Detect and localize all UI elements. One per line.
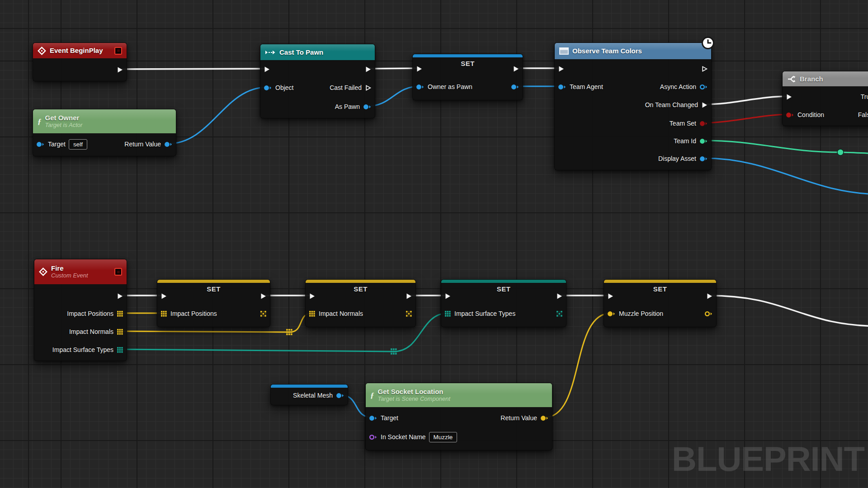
pin-target[interactable]: Targetself [36,139,87,149]
pin-execin[interactable] [264,64,270,74]
node-branch[interactable]: BranchConditionTrueFalse [782,71,868,126]
pin-in-socket-name[interactable]: In Socket NameMuzzle [369,432,457,442]
pin-impact-surface-types[interactable]: Impact Surface Types [444,309,515,319]
data-pin-icon [699,138,708,145]
pin-out[interactable] [406,309,412,319]
pin-skeletal-mesh[interactable]: Skeletal Mesh [293,390,344,400]
pin-condition[interactable]: Condition [786,110,824,120]
pin-execin[interactable] [558,64,565,74]
pin-return-value[interactable]: Return Value [124,139,173,149]
node-event-beginplay[interactable]: Event BeginPlay [33,42,127,81]
pin-impact-normals[interactable]: Impact Normals [69,327,123,337]
pin-label: False [858,111,868,118]
pin-impact-positions[interactable]: Impact Positions [67,309,123,319]
reroute-impact-surface-types[interactable] [390,348,397,357]
pin-execout[interactable] [701,64,708,74]
pin-execout[interactable] [706,291,713,301]
exec-pin-icon [260,293,267,300]
pin-team-id[interactable]: Team Id [674,136,708,146]
node-get-skeletal-mesh[interactable]: Skeletal Mesh [270,384,348,405]
set-node-title: SET [413,60,523,67]
pin-as-pawn[interactable]: As Pawn [335,102,372,112]
node-header[interactable]: Observe Team Colors [555,43,711,59]
wire-exec-set4-offscreen [708,296,868,326]
node-get-owner[interactable]: ƒGet OwnerTarget is ActorTargetselfRetur… [33,109,176,156]
pin-impact-normals[interactable]: Impact Normals [309,309,363,319]
pin-async-action[interactable]: Async Action [660,82,708,92]
node-set-owner-as-pawn[interactable]: SETOwner as Pawn [412,54,523,100]
pin-impact-positions[interactable]: Impact Positions [160,309,217,319]
node-header[interactable]: Cast To Pawn [260,44,375,60]
exec-pin-icon [607,293,614,300]
pin-team-set[interactable]: Team Set [670,118,708,128]
pin-value-field[interactable]: self [69,139,87,150]
pin-label: In Socket Name [381,433,426,441]
node-header[interactable]: ƒGet OwnerTarget is Actor [33,109,176,133]
pin-exec[interactable] [117,291,123,301]
data-pin-icon [369,415,377,422]
exec-pin-icon [701,66,708,72]
reroute-team-id[interactable] [837,149,844,158]
pin-label: Muzzle Position [619,310,663,317]
pin-out[interactable] [117,65,123,75]
node-set-impact-normals[interactable]: SETImpact Normals [305,279,416,327]
variable-color-strip [604,280,716,283]
pin-true[interactable]: True [861,92,868,102]
set-node-title: SET [306,285,415,293]
data-pin-icon [704,310,713,317]
node-set-impact-surface-types[interactable]: SETImpact Surface Types [441,279,566,327]
pin-execout[interactable] [513,64,519,74]
node-observe-team-colors[interactable]: Observe Team ColorsTeam AgentAsync Actio… [554,42,712,170]
pin-execin[interactable] [160,291,167,301]
data-pin-icon [264,84,272,91]
node-header[interactable]: FireCustom Event [34,259,127,284]
node-set-impact-positions[interactable]: SETImpact Positions [157,279,270,327]
node-header[interactable]: Event BeginPlay [33,43,127,58]
pin-execout[interactable] [365,64,372,74]
pin-return-value[interactable]: Return Value [500,413,549,423]
pin-execout[interactable] [556,291,563,301]
branch-icon [787,75,796,83]
pin-display-asset[interactable]: Display Asset [658,154,708,164]
pin-object[interactable]: Object [264,83,293,93]
pin-label: Impact Normals [69,328,113,335]
pin-out[interactable] [260,309,267,319]
pin-muzzle-position[interactable]: Muzzle Position [607,309,663,319]
variable-color-strip [271,385,348,388]
pin-execin[interactable] [444,291,451,301]
pin-execin[interactable] [416,64,423,74]
data-pin-icon [699,84,708,90]
blueprint-graph-canvas[interactable]: BLUEPRINT Event BeginPlayƒGet OwnerTarge… [0,0,868,488]
pin-cast-failed[interactable]: Cast Failed [330,83,372,93]
exec-pin-icon [701,102,708,108]
node-get-socket-location[interactable]: ƒGet Socket LocationTarget is Scene Comp… [365,383,552,450]
pin-execin[interactable] [786,92,793,102]
pin-execout[interactable] [260,291,267,301]
pin-false[interactable]: False [858,110,868,120]
variable-color-strip [413,54,523,57]
exec-pin-icon [513,66,519,72]
variable-color-strip [157,280,270,283]
pin-out[interactable] [704,309,713,319]
exec-pin-icon [309,293,316,300]
pin-on-team-changed[interactable]: On Team Changed [645,100,708,110]
pin-execout[interactable] [406,291,412,301]
pin-execin[interactable] [309,291,316,301]
pin-execin[interactable] [607,291,614,301]
node-header[interactable]: Branch [783,71,868,86]
node-cast-to-pawn[interactable]: Cast To PawnObjectCast FailedAs Pawn [260,44,375,118]
pin-target[interactable]: Target [369,413,398,423]
exec-pin-icon [416,66,423,72]
pin-team-agent[interactable]: Team Agent [558,82,603,92]
wire-teamid-reroute [703,141,840,152]
node-fire-custom-event[interactable]: FireCustom EventImpact PositionsImpact N… [34,259,127,361]
reroute-impact-normals[interactable] [286,328,293,338]
node-set-muzzle-position[interactable]: SETMuzzle Position [604,279,717,327]
pin-value-field[interactable]: Muzzle [429,432,458,442]
pin-impact-surface-types[interactable]: Impact Surface Types [52,345,123,355]
node-header[interactable]: ƒGet Socket LocationTarget is Scene Comp… [366,383,552,407]
pin-out[interactable] [556,309,563,319]
pin-valout[interactable] [511,82,519,92]
pin-owner-as-pawn[interactable]: Owner as Pawn [416,82,472,92]
wire-teamid-offscreen [840,152,868,154]
